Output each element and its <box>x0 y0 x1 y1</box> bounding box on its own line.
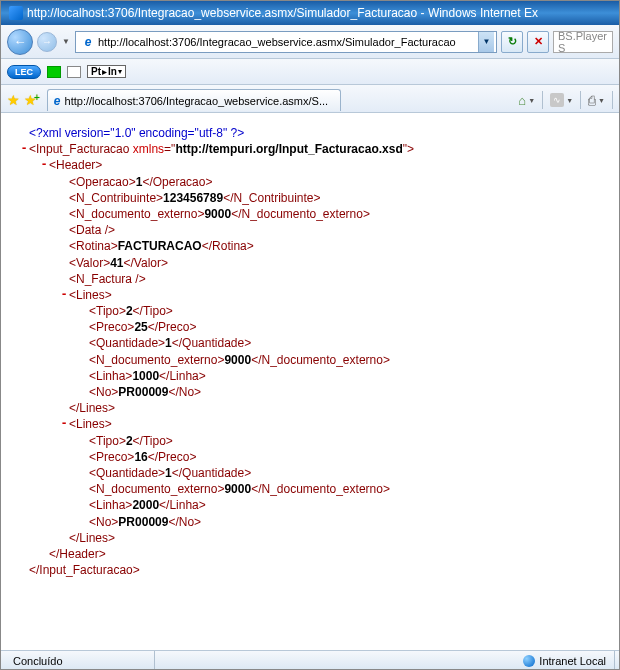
lec-badge[interactable]: LEC <box>7 65 41 79</box>
page-icon: e <box>81 35 95 49</box>
print-button[interactable]: ⎙▼ <box>585 91 608 110</box>
print-icon: ⎙ <box>588 93 596 108</box>
search-box[interactable]: BS.Player S <box>553 31 613 53</box>
extension-toolbar: LEC Pt ▸ In ▾ <box>1 59 619 85</box>
tab-bar: ★ ★ e http://localhost:3706/Integracao_w… <box>1 85 619 113</box>
rss-icon: ∿ <box>550 93 564 107</box>
window-titlebar: http://localhost:3706/Integracao_webserv… <box>1 1 619 25</box>
collapse-toggle[interactable]: - <box>39 157 49 173</box>
forward-button[interactable]: → <box>37 32 57 52</box>
nav-history-dropdown[interactable]: ▼ <box>61 37 71 47</box>
collapse-toggle[interactable]: - <box>59 287 69 303</box>
app-icon <box>9 6 23 20</box>
favorites-button[interactable]: ★ <box>7 92 20 108</box>
nav-toolbar: ← → ▼ e ▼ ↻ ✕ BS.Player S <box>1 25 619 59</box>
browser-tab[interactable]: e http://localhost:3706/Integracao_webse… <box>47 89 341 111</box>
status-zone: Intranet Local <box>515 651 615 670</box>
go-refresh-button[interactable]: ↻ <box>501 31 523 53</box>
zone-icon <box>523 655 535 667</box>
status-bar: Concluído Intranet Local <box>1 650 619 670</box>
separator <box>542 91 543 109</box>
zone-label: Intranet Local <box>539 655 606 667</box>
lang-from: Pt <box>91 66 101 77</box>
translate-icon[interactable] <box>47 66 61 78</box>
home-button[interactable]: ⌂▼ <box>515 91 538 110</box>
window-title: http://localhost:3706/Integracao_webserv… <box>27 6 538 20</box>
collapse-toggle[interactable]: - <box>59 416 69 432</box>
xml-content: <?xml version="1.0" encoding="utf-8" ?>-… <box>1 113 619 650</box>
address-bar: e ▼ <box>75 31 497 53</box>
address-input[interactable] <box>98 36 478 48</box>
back-button[interactable]: ← <box>7 29 33 55</box>
stop-button[interactable]: ✕ <box>527 31 549 53</box>
collapse-toggle[interactable]: - <box>19 141 29 157</box>
address-dropdown[interactable]: ▼ <box>478 32 494 52</box>
page-icon-small[interactable] <box>67 66 81 78</box>
separator <box>580 91 581 109</box>
add-favorite-button[interactable]: ★ <box>24 92 43 108</box>
language-selector[interactable]: Pt ▸ In ▾ <box>87 65 126 78</box>
lang-to: In <box>108 66 117 77</box>
tab-page-icon: e <box>54 94 61 108</box>
status-text: Concluído <box>5 651 155 670</box>
home-icon: ⌂ <box>518 93 526 108</box>
separator <box>612 91 613 109</box>
rss-button[interactable]: ∿▼ <box>547 91 576 109</box>
tab-label: http://localhost:3706/Integracao_webserv… <box>65 95 329 107</box>
